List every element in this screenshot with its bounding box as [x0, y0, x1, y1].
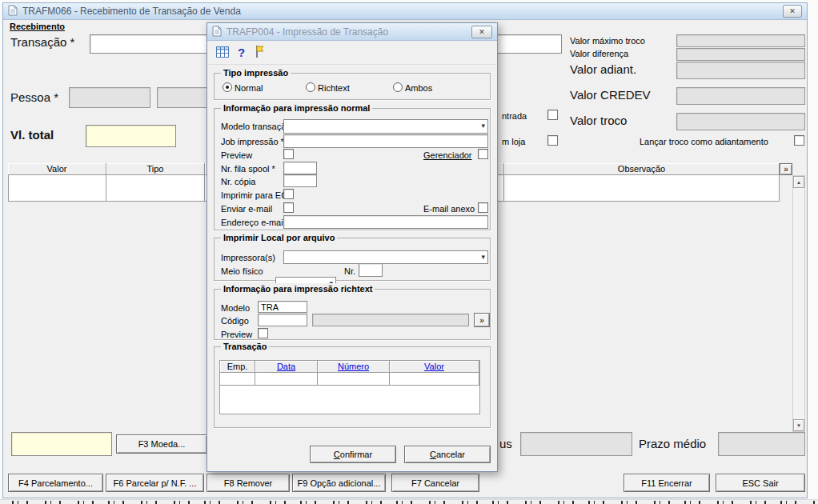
f7-cancelar-button[interactable]: F7 Cancelar	[391, 474, 479, 492]
vertical-scrollbar[interactable]: ▲ ▼	[792, 175, 805, 432]
grid-expand-button[interactable]: »	[780, 163, 792, 175]
modelo-transacao-combobox[interactable]: ▾	[283, 119, 488, 134]
table-cell[interactable]	[106, 175, 205, 202]
radio-richtext[interactable]	[306, 82, 315, 92]
radio-ambos[interactable]	[393, 82, 403, 92]
column-header-valor[interactable]: Valor	[390, 361, 479, 373]
endereco-email-input[interactable]	[283, 215, 488, 229]
codigo-label: Código	[221, 316, 249, 326]
valor-adiant-label: Valor adiant.	[570, 62, 636, 77]
column-header-tipo[interactable]: Tipo	[106, 163, 205, 175]
vl-total-input[interactable]	[86, 125, 176, 147]
recebimento-section-label: Recebimento	[10, 22, 65, 32]
grid-tool-icon[interactable]	[216, 46, 229, 59]
f4-parcelamento-button[interactable]: F4 Parcelamento...	[8, 474, 103, 492]
pessoa-label: Pessoa *	[10, 90, 58, 105]
goto-flag-icon[interactable]	[254, 45, 265, 60]
column-header-valor[interactable]: Valor	[8, 163, 106, 175]
table-cell[interactable]	[220, 373, 255, 386]
email-anexo-label: E-mail anexo	[423, 204, 475, 214]
f3-moeda-button[interactable]: F3 Moeda...	[116, 434, 207, 454]
document-icon	[212, 26, 222, 38]
radio-richtext-label: Richtext	[318, 83, 350, 94]
table-cell[interactable]	[255, 373, 318, 386]
main-window-titlebar[interactable]: TRAFM066 - Recebimento de Transação de V…	[3, 3, 807, 20]
preview-label: Preview	[221, 150, 252, 161]
document-icon	[8, 5, 18, 18]
em-loja-clipped-label: m loja	[502, 137, 525, 147]
status-clipped-label: us	[499, 437, 512, 451]
main-window-title: TRAFM066 - Recebimento de Transação de V…	[22, 6, 241, 17]
modelo-input[interactable]: TRA	[258, 301, 307, 313]
gerenciador-checkbox[interactable]	[478, 149, 488, 159]
f8-remover-button[interactable]: F8 Remover	[207, 474, 290, 492]
radio-ambos-label: Ambos	[405, 83, 432, 94]
valor-maximo-troco-label: Valor máximo troco	[570, 36, 645, 46]
imprimir-ecf-checkbox[interactable]	[283, 189, 294, 199]
email-anexo-checkbox[interactable]	[478, 202, 488, 213]
status-field	[520, 432, 632, 456]
dialog-close-button[interactable]: ✕	[471, 26, 492, 38]
column-header-data[interactable]: Data	[255, 361, 318, 373]
impressao-richtext-legend: Informação para impressão richtext	[221, 283, 375, 294]
table-cell[interactable]	[390, 373, 479, 386]
valor-diferenca-field	[676, 48, 805, 61]
imprimir-ecf-label: Imprimir para ECF	[221, 190, 293, 201]
impressoras-combobox[interactable]: ▾	[283, 250, 488, 264]
confirmar-button[interactable]: Confirmar	[310, 446, 396, 463]
table-cell[interactable]	[8, 175, 106, 202]
total-pago-input[interactable]	[11, 432, 112, 456]
valor-credev-field	[676, 87, 805, 105]
prazo-medio-label: Prazo médio	[639, 437, 706, 451]
valor-credev-label: Valor CREDEV	[570, 88, 651, 102]
radio-normal[interactable]	[223, 82, 232, 92]
table-cell[interactable]	[318, 373, 390, 386]
dialog-toolbar: ?	[208, 41, 496, 65]
radio-normal-label: Normal	[235, 83, 263, 94]
nr-copia-input[interactable]	[283, 174, 317, 187]
column-header-numero[interactable]: Número	[318, 361, 390, 373]
preview-checkbox[interactable]	[283, 149, 294, 159]
f9-opcao-adicional-button[interactable]: F9 Opção adicional...	[292, 474, 386, 492]
valor-troco-field	[676, 113, 805, 130]
f11-encerrar-button[interactable]: F11 Encerrar	[624, 474, 710, 492]
valor-diferenca-label: Valor diferença	[570, 49, 628, 59]
job-impressao-input[interactable]	[283, 134, 488, 148]
scroll-up-button[interactable]: ▲	[793, 176, 804, 188]
valor-maximo-troco-field	[676, 34, 805, 47]
entrada-checkbox[interactable]	[547, 110, 558, 120]
esc-sair-button[interactable]: ESC Sair	[716, 474, 805, 492]
dialog-titlebar[interactable]: TRAFP004 - Impressão de Transação ✕	[207, 23, 497, 41]
scroll-down-icon: ▼	[796, 423, 801, 428]
nr-input[interactable]	[359, 263, 383, 277]
transacao-grid[interactable]: Emp. Data Número Valor	[219, 360, 480, 414]
richtext-preview-label: Preview	[221, 330, 252, 340]
transacao-legend: Transação	[221, 341, 269, 352]
enviar-email-checkbox[interactable]	[283, 202, 294, 213]
lancar-troco-checkbox[interactable]	[794, 135, 804, 146]
column-header-observacao[interactable]: Observação	[504, 163, 780, 175]
em-loja-checkbox[interactable]	[547, 135, 558, 146]
nr-fila-spool-input[interactable]	[283, 162, 317, 174]
chevron-down-icon: ▾	[481, 122, 485, 130]
column-header-emp[interactable]: Emp.	[220, 361, 255, 373]
transacao-label: Transação *	[10, 35, 74, 50]
f6-parcelar-button[interactable]: F6 Parcelar p/ N.F. ...	[106, 474, 204, 492]
table-cell[interactable]	[504, 175, 780, 202]
vl-total-label: Vl. total	[10, 128, 54, 142]
cancelar-button[interactable]: Cancelar	[404, 446, 491, 463]
imprimir-local-group: Imprimir Local por arquivo Impressora(s)…	[214, 238, 491, 281]
scroll-down-button[interactable]: ▼	[793, 419, 804, 431]
job-impressao-label: Job impressão *	[221, 137, 284, 147]
impressao-richtext-group: Informação para impressão richtext Model…	[214, 289, 491, 340]
richtext-preview-checkbox[interactable]	[258, 328, 268, 338]
pessoa-field-1	[69, 87, 150, 108]
codigo-lookup-button[interactable]: »	[474, 313, 490, 327]
valor-adiant-field	[676, 62, 805, 79]
scroll-up-icon: ▲	[796, 180, 801, 185]
main-close-button[interactable]: ✕	[783, 5, 802, 18]
prazo-medio-field	[718, 432, 805, 456]
nr-fila-spool-label: Nr. fila spool *	[221, 164, 275, 174]
help-icon[interactable]: ?	[238, 46, 245, 58]
codigo-input[interactable]	[258, 314, 307, 326]
